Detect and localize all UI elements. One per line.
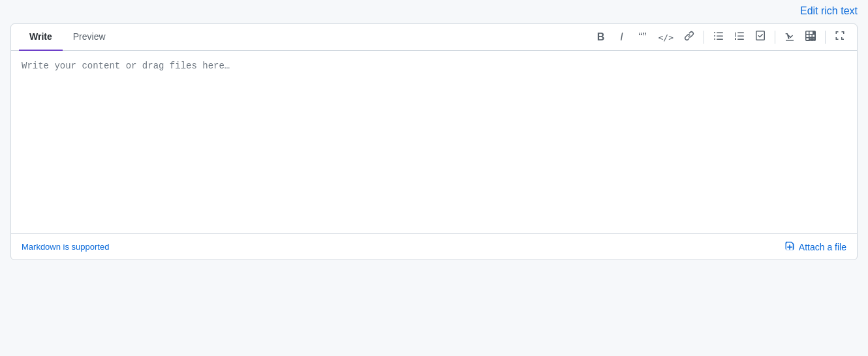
ordered-list-icon (734, 31, 745, 44)
toolbar-divider-1 (704, 31, 704, 44)
italic-icon: I (620, 31, 623, 43)
table-button[interactable] (801, 28, 820, 46)
editor-container: Write Preview B I “” </> (10, 23, 858, 260)
unordered-list-button[interactable] (709, 28, 728, 46)
editor-footer: Markdown is supported Attach a file (11, 233, 857, 260)
toolbar-buttons: B I “” </> (592, 24, 849, 50)
tabs-toolbar: Write Preview B I “” </> (11, 24, 857, 51)
mention-button[interactable] (781, 28, 799, 46)
editor-placeholder: Write your content or drag files here… (22, 61, 230, 71)
mention-icon (784, 31, 795, 44)
quote-button[interactable]: “” (634, 28, 652, 46)
table-icon (805, 31, 816, 44)
code-icon: </> (659, 33, 674, 42)
toolbar-divider-2 (775, 31, 775, 44)
tab-write[interactable]: Write (19, 25, 63, 51)
link-icon (684, 31, 694, 44)
markdown-supported-link[interactable]: Markdown is supported (22, 242, 109, 252)
bold-icon: B (597, 31, 605, 43)
fullscreen-icon (835, 31, 845, 44)
link-button[interactable] (680, 28, 698, 46)
quote-icon: “” (639, 31, 647, 44)
tab-preview[interactable]: Preview (63, 25, 116, 51)
bold-button[interactable]: B (592, 28, 610, 46)
task-list-icon (755, 31, 766, 44)
fullscreen-button[interactable] (831, 28, 849, 46)
task-list-button[interactable] (751, 28, 769, 46)
attach-file-button[interactable]: Attach a file (784, 241, 846, 253)
italic-button[interactable]: I (613, 28, 631, 46)
edit-rich-text-link[interactable]: Edit rich text (800, 5, 858, 17)
toolbar-divider-3 (825, 31, 826, 44)
code-button[interactable]: </> (655, 28, 677, 46)
editor-body[interactable]: Write your content or drag files here… (11, 51, 857, 233)
ordered-list-button[interactable] (730, 28, 749, 46)
attach-file-icon (784, 241, 795, 253)
attach-file-label: Attach a file (799, 242, 846, 252)
unordered-list-icon (713, 31, 724, 44)
